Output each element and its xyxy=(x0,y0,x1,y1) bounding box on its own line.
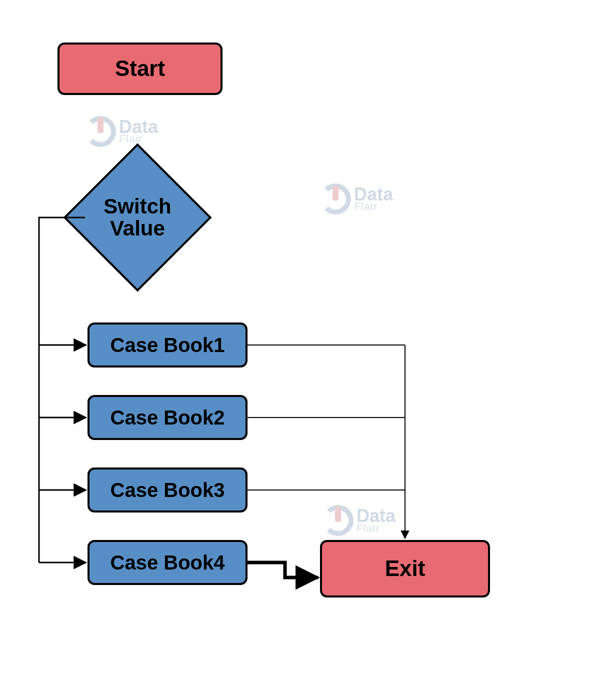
watermark-line2: Flair xyxy=(356,523,396,533)
watermark-text: Data Flair xyxy=(356,508,396,533)
case4-node: Case Book4 xyxy=(88,540,248,585)
watermark-2: Data Flair xyxy=(320,184,393,214)
watermark-line2: Flair xyxy=(119,134,158,144)
watermark-line1: Data xyxy=(119,119,158,135)
dataflair-icon xyxy=(85,116,116,147)
start-label: Start xyxy=(115,57,165,80)
case4-label: Case Book4 xyxy=(110,552,225,573)
edge-case4-to-exit xyxy=(248,562,318,578)
watermark-line2: Flair xyxy=(354,202,393,212)
dataflair-icon xyxy=(322,505,354,536)
exit-label: Exit xyxy=(385,557,426,580)
watermark-1: Data Flair xyxy=(85,116,158,147)
edge-spine xyxy=(39,218,85,562)
watermark-line1: Data xyxy=(356,508,396,524)
exit-node: Exit xyxy=(320,540,490,598)
case1-label: Case Book1 xyxy=(110,334,225,356)
watermark-line1: Data xyxy=(354,186,393,202)
decision-node: Switch Value xyxy=(85,165,190,270)
dataflair-icon xyxy=(320,184,351,214)
watermark-3: Data Flair xyxy=(322,505,396,536)
case3-node: Case Book3 xyxy=(88,468,248,512)
watermark-text: Data Flair xyxy=(354,186,393,212)
case2-label: Case Book2 xyxy=(110,407,225,428)
watermark-text: Data Flair xyxy=(119,119,158,144)
case3-label: Case Book3 xyxy=(110,480,225,500)
case2-node: Case Book2 xyxy=(88,395,248,440)
decision-label: Switch Value xyxy=(104,196,171,240)
case1-node: Case Book1 xyxy=(88,322,248,368)
start-node: Start xyxy=(58,42,222,95)
